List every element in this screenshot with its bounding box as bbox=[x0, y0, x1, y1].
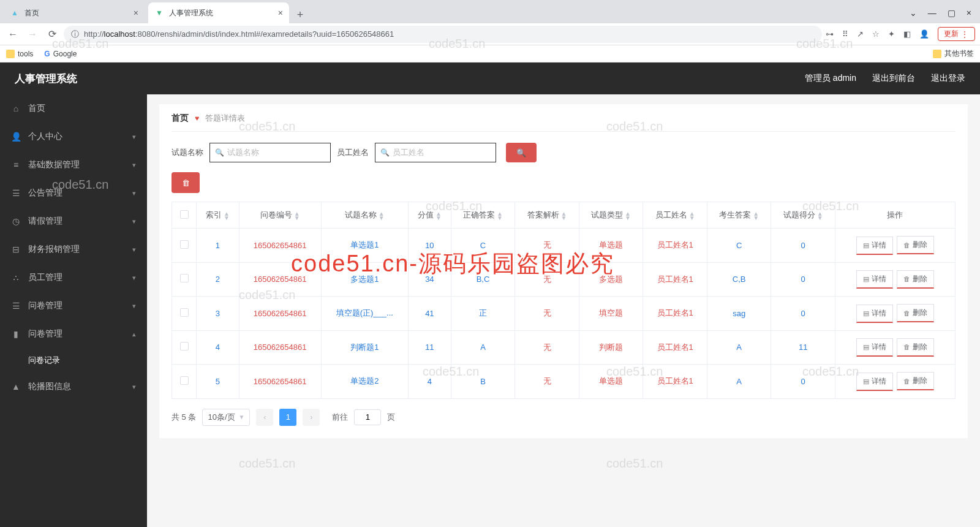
cell-name[interactable]: 填空题(正)___... bbox=[321, 297, 409, 331]
to-frontend-link[interactable]: 退出到前台 bbox=[872, 73, 915, 84]
search-button[interactable]: 🔍 bbox=[506, 143, 537, 162]
cell-name[interactable]: 单选题2 bbox=[321, 365, 409, 399]
goto-page-input[interactable] bbox=[354, 409, 381, 425]
col-3[interactable]: 分值▲▼ bbox=[409, 202, 451, 229]
sidebar-item-0[interactable]: ⌂首页 bbox=[0, 94, 147, 123]
table-row: 4165062654861判断题111A无判断题员工姓名1A11▤详情🗑删除 bbox=[172, 330, 956, 365]
col-8[interactable]: 考生答案▲▼ bbox=[707, 202, 771, 229]
sidebar-item-4[interactable]: ◷请假管理▾ bbox=[0, 207, 147, 235]
extensions-icon[interactable]: ✦ bbox=[888, 29, 895, 39]
sidebar-item-2[interactable]: ≡基础数据管理▾ bbox=[0, 151, 147, 179]
select-all-checkbox[interactable] bbox=[180, 210, 189, 219]
bookmark-tools[interactable]: tools bbox=[6, 50, 33, 58]
employee-name-input[interactable]: 🔍 员工姓名 bbox=[375, 143, 496, 162]
question-name-input[interactable]: 🔍 试题名称 bbox=[209, 143, 331, 162]
col-6[interactable]: 试题类型▲▼ bbox=[579, 202, 643, 229]
sidebar-item-7[interactable]: ☰问卷管理▾ bbox=[0, 292, 147, 320]
address-bar[interactable]: ⓘ http://localhost:8080/renshi/admin/dis… bbox=[64, 26, 822, 43]
sidebar-item-label: 请假管理 bbox=[28, 216, 62, 227]
col-2[interactable]: 试题名称▲▼ bbox=[321, 202, 409, 229]
close-icon[interactable]: × bbox=[134, 8, 138, 18]
cell-name[interactable]: 单选题1 bbox=[321, 229, 409, 263]
delete-button[interactable]: 🗑删除 bbox=[897, 304, 934, 322]
delete-button[interactable]: 🗑删除 bbox=[897, 236, 934, 254]
detail-button[interactable]: ▤详情 bbox=[856, 305, 893, 323]
col-1[interactable]: 问卷编号▲▼ bbox=[239, 202, 321, 229]
user-label[interactable]: 管理员 admin bbox=[805, 73, 856, 84]
delete-button[interactable]: 🗑删除 bbox=[897, 338, 934, 357]
back-button[interactable]: ← bbox=[5, 26, 21, 42]
key-icon[interactable]: ⊶ bbox=[826, 29, 834, 39]
tab-title: 人事管理系统 bbox=[169, 8, 213, 18]
cell-explain: 无 bbox=[515, 229, 579, 263]
cell-emp: 员工姓名1 bbox=[643, 229, 707, 263]
sidebar-item-9[interactable]: ▲轮播图信息▾ bbox=[0, 373, 147, 401]
cell-type: 单选题 bbox=[579, 229, 643, 263]
delete-button[interactable]: 🗑删除 bbox=[897, 270, 934, 289]
sidepanel-icon[interactable]: ◧ bbox=[903, 29, 911, 39]
cell-got: 0 bbox=[771, 297, 835, 331]
bar-icon: ▮ bbox=[11, 329, 21, 339]
detail-button[interactable]: ▤详情 bbox=[856, 373, 893, 391]
col-9[interactable]: 试题得分▲▼ bbox=[771, 202, 835, 229]
breadcrumb-home[interactable]: 首页 bbox=[172, 113, 189, 124]
detail-button[interactable]: ▤详情 bbox=[856, 338, 893, 357]
col-10[interactable]: 操作 bbox=[835, 202, 955, 229]
new-tab-button[interactable]: + bbox=[292, 6, 309, 23]
detail-button[interactable]: ▤详情 bbox=[856, 237, 893, 255]
bookmark-other[interactable]: 其他书签 bbox=[933, 48, 974, 59]
sidebar-item-6[interactable]: ⛬员工管理▾ bbox=[0, 264, 147, 292]
row-checkbox[interactable] bbox=[180, 240, 189, 249]
sidebar-item-5[interactable]: ⊟财务报销管理▾ bbox=[0, 235, 147, 264]
cell-name[interactable]: 判断题1 bbox=[321, 330, 409, 365]
sidebar-item-label: 问卷管理 bbox=[28, 328, 62, 339]
cell-emp: 员工姓名1 bbox=[643, 330, 707, 365]
row-checkbox[interactable] bbox=[180, 376, 189, 385]
browser-tab-1[interactable]: ▼ 人事管理系统 × bbox=[148, 2, 289, 23]
bulk-delete-button[interactable]: 🗑 bbox=[172, 172, 200, 193]
page-1-button[interactable]: 1 bbox=[279, 409, 296, 426]
cell-uans: sag bbox=[707, 297, 771, 331]
bookmark-google[interactable]: GGoogle bbox=[44, 50, 77, 58]
update-button[interactable]: 更新⋮ bbox=[938, 27, 975, 41]
next-page-button[interactable]: › bbox=[303, 409, 320, 426]
page-size-select[interactable]: 10条/页▼ bbox=[202, 409, 250, 426]
sidebar: ⌂首页👤个人中心▾≡基础数据管理▾☰公告管理▾◷请假管理▾⊟财务报销管理▾⛬员工… bbox=[0, 94, 147, 527]
cell-uans: C,B bbox=[707, 262, 771, 297]
logout-link[interactable]: 退出登录 bbox=[931, 73, 965, 84]
col-4[interactable]: 正确答案▲▼ bbox=[451, 202, 515, 229]
maximize-icon[interactable]: ▢ bbox=[948, 8, 956, 18]
col-7[interactable]: 员工姓名▲▼ bbox=[643, 202, 707, 229]
cell-got: 0 bbox=[771, 262, 835, 297]
browser-tab-0[interactable]: ▲ 首页 × bbox=[4, 2, 145, 23]
cell-uans: C bbox=[707, 229, 771, 263]
row-checkbox[interactable] bbox=[180, 342, 189, 351]
row-checkbox[interactable] bbox=[180, 274, 189, 282]
cell-idx: 3 bbox=[197, 297, 239, 331]
avatar-icon[interactable]: 👤 bbox=[919, 29, 929, 39]
close-window-icon[interactable]: × bbox=[967, 8, 971, 18]
reload-button[interactable]: ⟳ bbox=[44, 26, 60, 42]
row-checkbox[interactable] bbox=[180, 308, 189, 317]
prev-page-button[interactable]: ‹ bbox=[256, 409, 273, 426]
share-icon[interactable]: ↗ bbox=[857, 29, 864, 39]
delete-button[interactable]: 🗑删除 bbox=[897, 372, 934, 390]
chevron-down-icon[interactable]: ⌄ bbox=[910, 8, 917, 18]
sidebar-item-label: 基础数据管理 bbox=[28, 159, 80, 170]
minimize-icon[interactable]: — bbox=[928, 8, 937, 18]
col-5[interactable]: 答案解析▲▼ bbox=[515, 202, 579, 229]
cell-name[interactable]: 多选题1 bbox=[321, 262, 409, 297]
col-0[interactable]: 索引▲▼ bbox=[197, 202, 239, 229]
sidebar-item-1[interactable]: 👤个人中心▾ bbox=[0, 123, 147, 151]
sidebar-item-3[interactable]: ☰公告管理▾ bbox=[0, 179, 147, 207]
close-icon[interactable]: × bbox=[278, 8, 283, 18]
tab-title: 首页 bbox=[24, 8, 39, 18]
detail-button[interactable]: ▤详情 bbox=[856, 270, 893, 289]
star-icon[interactable]: ☆ bbox=[872, 29, 880, 39]
sidebar-subitem[interactable]: 问卷记录 bbox=[0, 348, 147, 373]
translate-icon[interactable]: ⠿ bbox=[842, 29, 848, 39]
trash-icon: 🗑 bbox=[903, 275, 910, 282]
sidebar-item-8[interactable]: ▮问卷管理▴ bbox=[0, 320, 147, 348]
goto-suffix: 页 bbox=[387, 412, 395, 423]
forward-button[interactable]: → bbox=[24, 26, 40, 42]
